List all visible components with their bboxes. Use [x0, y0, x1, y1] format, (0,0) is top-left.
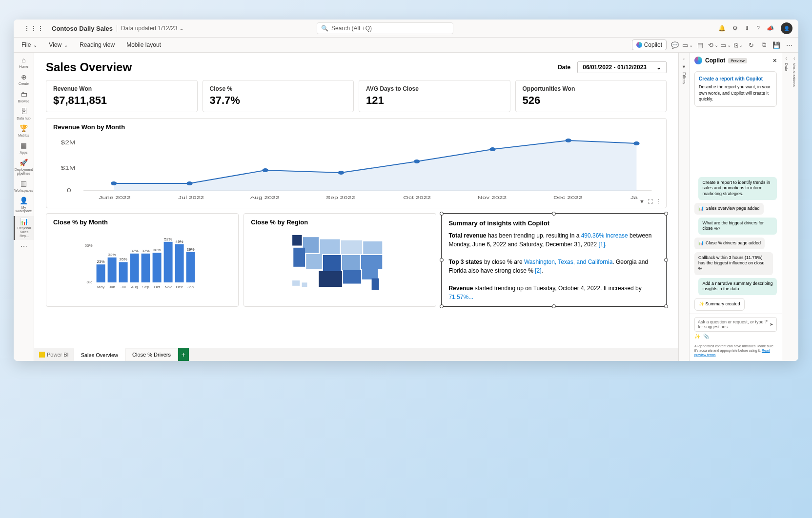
- copilot-msg-summary: ✨ Summary created: [694, 298, 745, 311]
- chevron-down-icon: ⌄: [656, 64, 661, 71]
- data-rail[interactable]: ‹ Data: [782, 53, 791, 361]
- search-input[interactable]: 🔍 Search (Alt +Q): [317, 22, 453, 34]
- help-icon[interactable]: ?: [756, 25, 760, 32]
- svg-point-10: [565, 139, 571, 142]
- nav-create[interactable]: ⊕Create: [14, 72, 34, 88]
- kpi-close-pct[interactable]: Close % 37.7%: [203, 80, 354, 112]
- copilot-msg-user-1: Create a report to identify trends in sa…: [698, 177, 777, 200]
- view-icon[interactable]: ▤: [696, 40, 705, 49]
- visualizations-rail[interactable]: ‹ Visualizations: [791, 53, 799, 361]
- svg-text:39%: 39%: [187, 247, 195, 252]
- home-icon: ⌂: [21, 57, 25, 64]
- nav-pipelines[interactable]: 🚀Deployment pipelines: [14, 157, 34, 177]
- chevron-left-icon[interactable]: ‹: [786, 56, 787, 61]
- bookmark-icon[interactable]: ▭: [683, 40, 692, 49]
- filter-icon: ▼: [682, 64, 686, 69]
- nav-apps[interactable]: ▦Apps: [14, 140, 34, 156]
- svg-point-6: [262, 168, 268, 172]
- export-icon[interactable]: ⎘: [734, 40, 743, 49]
- kpi-revenue-won[interactable]: Revenue Won $7,811,851: [46, 80, 198, 112]
- copilot-icon: [694, 57, 702, 64]
- nav-regional-sales[interactable]: 📊Regional Sales Rep...: [14, 216, 34, 239]
- nav-my-workspace[interactable]: 👤My workspace: [14, 195, 34, 215]
- chart-close-by-month[interactable]: Close % by Month 50% 0% 23%May32%Jun26%J…: [46, 213, 239, 307]
- present-icon[interactable]: ▭: [721, 40, 730, 49]
- copy-icon[interactable]: ⧉: [759, 40, 768, 49]
- copilot-create-card[interactable]: Create a report with Copilot Describe th…: [694, 71, 777, 107]
- svg-text:Jun: Jun: [109, 285, 115, 289]
- add-tab-button[interactable]: +: [178, 348, 189, 361]
- download-icon[interactable]: ⬇: [745, 25, 750, 32]
- svg-rect-52: [341, 240, 362, 254]
- svg-text:Aug 2022: Aug 2022: [250, 195, 280, 200]
- settings-icon[interactable]: ⚙: [732, 25, 738, 32]
- svg-text:0%: 0%: [87, 280, 93, 284]
- focus-icon[interactable]: ⛶: [648, 199, 653, 205]
- svg-rect-40: [164, 242, 173, 282]
- svg-text:$2M: $2M: [61, 140, 76, 145]
- chart-revenue-by-month[interactable]: Revenue Won by Month $2M $1M 0: [46, 118, 667, 208]
- powerbi-icon: [39, 352, 45, 358]
- notifications-icon[interactable]: 🔔: [718, 25, 726, 32]
- tab-close-drivers[interactable]: Close % Drivers: [125, 349, 178, 360]
- chart-close-by-region[interactable]: Close % by Region: [244, 213, 436, 307]
- svg-text:Dec 2022: Dec 2022: [553, 195, 583, 200]
- svg-text:50%: 50%: [85, 243, 93, 248]
- left-nav: ⌂Home ⊕Create 🗀Browse 🗄Data hub 🏆Metrics…: [14, 53, 34, 361]
- nav-metrics[interactable]: 🏆Metrics: [14, 123, 34, 139]
- comment-icon[interactable]: 💬: [670, 40, 679, 49]
- refresh-icon[interactable]: ↻: [747, 40, 755, 49]
- plus-circle-icon: ⊕: [21, 74, 27, 81]
- nav-workspaces[interactable]: ▥Workspaces: [14, 178, 34, 194]
- filters-rail[interactable]: ‹ ▼ Filters: [678, 53, 689, 361]
- svg-rect-63: [292, 280, 300, 286]
- date-range-select[interactable]: 06/01/2022 - 01/12/2023 ⌄: [577, 61, 667, 73]
- svg-point-11: [633, 141, 639, 145]
- sync-icon[interactable]: ⟲: [709, 40, 717, 49]
- kpi-avg-days[interactable]: AVG Days to Close 121: [359, 80, 510, 112]
- view-menu[interactable]: View: [46, 40, 71, 50]
- more-icon[interactable]: ⋮: [656, 199, 661, 205]
- sparkle-icon[interactable]: ✨: [694, 334, 700, 339]
- save-icon[interactable]: 💾: [772, 40, 781, 49]
- svg-rect-60: [343, 270, 361, 283]
- more-icon[interactable]: ⋯: [785, 40, 793, 49]
- copilot-input[interactable]: Ask a question or request, or type '/' f…: [694, 317, 777, 332]
- insights-panel[interactable]: Summary of insights with Copilot Total r…: [441, 213, 667, 307]
- svg-text:Nov: Nov: [164, 285, 171, 289]
- reading-view-button[interactable]: Reading view: [77, 40, 118, 50]
- attach-icon[interactable]: 📎: [703, 334, 709, 339]
- insight-1: Total revenue has been trending up, resu…: [448, 231, 659, 249]
- svg-rect-61: [362, 269, 378, 279]
- nav-data-hub[interactable]: 🗄Data hub: [14, 106, 34, 122]
- avatar[interactable]: 👤: [781, 22, 792, 34]
- svg-rect-50: [303, 237, 319, 253]
- nav-home[interactable]: ⌂Home: [14, 55, 34, 71]
- svg-text:Sep 2022: Sep 2022: [326, 195, 355, 200]
- svg-text:May: May: [97, 285, 104, 289]
- svg-rect-51: [320, 239, 340, 254]
- file-menu[interactable]: File: [19, 40, 40, 50]
- nav-browse[interactable]: 🗀Browse: [14, 89, 34, 105]
- close-icon[interactable]: ×: [773, 57, 777, 64]
- svg-text:23%: 23%: [97, 259, 105, 264]
- svg-text:June 2022: June 2022: [99, 195, 130, 200]
- nav-more[interactable]: ⋯: [14, 241, 34, 253]
- report-icon: 📊: [20, 218, 28, 225]
- svg-rect-25: [108, 258, 117, 282]
- mobile-layout-button[interactable]: Mobile layout: [123, 40, 164, 50]
- filter-icon[interactable]: ▼: [639, 199, 645, 205]
- svg-text:Ja: Ja: [630, 195, 638, 200]
- insights-title: Summary of insights with Copilot: [448, 219, 659, 228]
- kpi-opps-won[interactable]: Opportunities Won 526: [515, 80, 667, 112]
- chevron-left-icon[interactable]: ‹: [683, 57, 685, 61]
- svg-text:Jan: Jan: [187, 285, 194, 289]
- feedback-icon[interactable]: 📣: [767, 25, 774, 32]
- app-launcher-icon[interactable]: ⋮⋮⋮: [20, 22, 48, 34]
- copilot-button[interactable]: Copilot: [632, 40, 667, 50]
- data-updated-label[interactable]: Data updated 1/12/23 ⌄: [121, 25, 184, 32]
- send-icon[interactable]: ➤: [770, 322, 773, 327]
- tab-sales-overview[interactable]: Sales Overview: [74, 348, 125, 361]
- chevron-left-icon[interactable]: ‹: [793, 56, 795, 61]
- copilot-msg-bot-2: 📊Close % drivers page added: [694, 238, 765, 249]
